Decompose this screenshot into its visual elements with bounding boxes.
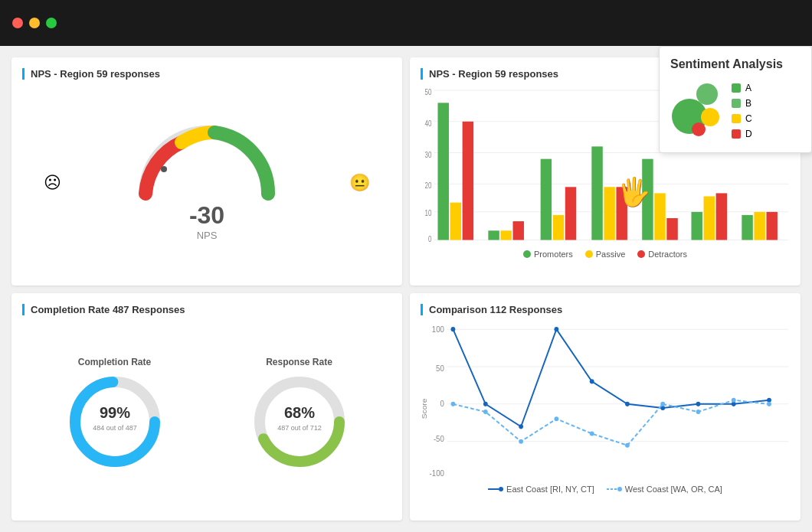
svg-text:99%: 99% [99, 404, 129, 421]
west-coast-dot [696, 409, 701, 413]
response-donut-svg: 68% 487 out of 712 [250, 372, 349, 472]
gauge-container: ☹ 😐 -30 NPS [22, 87, 391, 271]
bar-passive [500, 230, 511, 240]
sentiment-bubbles [670, 80, 724, 142]
detractors-dot [637, 250, 645, 258]
bubble-d-small [692, 122, 706, 136]
sentiment-content: A B C D [670, 80, 801, 142]
close-button[interactable] [12, 18, 23, 28]
promoters-dot [523, 250, 531, 258]
comparison-title: Comparison 112 Responses [421, 304, 790, 315]
svg-text:50: 50 [436, 364, 444, 372]
legend-row-b: B [732, 98, 752, 109]
west-coast-dot [625, 442, 630, 447]
west-coast-dot [590, 431, 594, 436]
east-coast-label: East Coast [RI, NY, CT] [506, 485, 594, 494]
bar-passive [604, 187, 614, 240]
svg-text:-50: -50 [434, 434, 444, 442]
legend-sq-d [732, 129, 741, 139]
bar-passive [704, 196, 715, 240]
legend-row-a: A [732, 83, 752, 93]
nps-gauge-title: NPS - Region 59 responses [22, 68, 391, 80]
minimize-button[interactable] [29, 18, 40, 28]
west-coast-dot [519, 439, 523, 443]
east-coast-dot [554, 327, 558, 331]
bubble-c-medium [701, 108, 719, 126]
svg-text:68%: 68% [283, 404, 314, 421]
donut-area: Completion Rate 99% 484 out of 487 Respo… [22, 323, 391, 507]
west-coast-legend: West Coast [WA, OR, CA] [607, 485, 722, 494]
svg-point-50 [499, 487, 503, 491]
bar-promoter [591, 146, 602, 240]
legend-row-d: D [732, 129, 752, 139]
east-coast-dot [590, 379, 594, 383]
svg-text:0: 0 [428, 235, 431, 243]
bubble-b-medium [696, 83, 718, 105]
detractors-legend: Detractors [637, 250, 687, 259]
detractors-label: Detractors [648, 250, 687, 259]
legend-label-c: C [745, 113, 752, 124]
legend-label-b: B [745, 98, 751, 109]
bar-detractor [513, 221, 524, 240]
gauge-svg [130, 117, 283, 209]
svg-text:0: 0 [440, 399, 444, 407]
bar-passive [450, 203, 461, 240]
bar-detractor [666, 218, 677, 240]
east-coast-dot [451, 327, 456, 331]
east-coast-line [453, 329, 769, 426]
bar-detractor [766, 212, 777, 240]
passive-legend: Passive [585, 250, 626, 259]
passive-label: Passive [596, 250, 626, 259]
svg-text:100: 100 [432, 325, 445, 333]
west-coast-dot [732, 397, 736, 402]
sentiment-popup: Sentiment Analysis A B [659, 46, 812, 153]
bar-detractor [463, 122, 473, 240]
nps-value: -30 [189, 201, 224, 230]
hand-pointer-icon: 🖐 [617, 176, 651, 208]
completion-donut-svg: 99% 484 out of 487 [65, 372, 165, 472]
promoters-label: Promoters [534, 250, 573, 259]
line-chart-area: 100 50 0 -50 -100 Score 28 Sep 30 Sep 2 … [421, 323, 790, 507]
line-chart-svg: 100 50 0 -50 -100 Score 28 Sep 30 Sep 2 … [421, 323, 790, 479]
west-coast-dot [660, 401, 665, 406]
west-coast-legend-icon [607, 485, 622, 493]
sentiment-title: Sentiment Analysis [670, 57, 801, 71]
east-coast-dot [483, 401, 488, 406]
legend-sq-c [732, 114, 741, 123]
svg-text:10: 10 [425, 209, 432, 217]
response-rate-label: Response Rate [266, 357, 332, 367]
completion-donut: Completion Rate 99% 484 out of 487 [65, 357, 165, 472]
bar-passive [553, 215, 564, 240]
west-coast-dot [554, 416, 558, 421]
svg-text:487 out of 712: 487 out of 712 [277, 424, 322, 432]
bar-passive [754, 212, 765, 240]
west-coast-line [453, 400, 769, 445]
completion-rate-title: Completion Rate 487 Responses [22, 304, 391, 315]
svg-point-0 [161, 166, 167, 172]
east-coast-legend-icon [488, 485, 503, 493]
comparison-card: Comparison 112 Responses 100 50 0 -50 -1… [410, 293, 801, 521]
neutral-face-icon: 😐 [349, 173, 370, 193]
bar-promoter [691, 212, 702, 240]
titlebar [0, 0, 812, 46]
svg-text:30: 30 [425, 151, 432, 159]
completion-rate-card: Completion Rate 487 Responses Completion… [11, 293, 402, 521]
legend-label-a: A [745, 83, 751, 93]
legend-label-d: D [745, 129, 752, 139]
bar-promoter [541, 159, 552, 240]
svg-point-52 [617, 487, 622, 491]
promoters-legend: Promoters [523, 250, 573, 259]
east-coast-dot [625, 401, 630, 406]
nps-label: NPS [197, 230, 218, 241]
east-coast-dot [696, 401, 701, 406]
west-coast-dot [767, 401, 771, 406]
svg-text:Score: Score [421, 398, 428, 419]
bar-promoter [488, 230, 499, 240]
svg-text:484 out of 487: 484 out of 487 [93, 424, 137, 432]
bar-detractor [716, 193, 727, 240]
svg-text:20: 20 [425, 181, 432, 190]
maximize-button[interactable] [46, 18, 57, 28]
nps-gauge-card: NPS - Region 59 responses ☹ 😐 -30 NPS [11, 57, 402, 286]
svg-text:-100: -100 [430, 469, 445, 478]
passive-dot [585, 250, 593, 258]
